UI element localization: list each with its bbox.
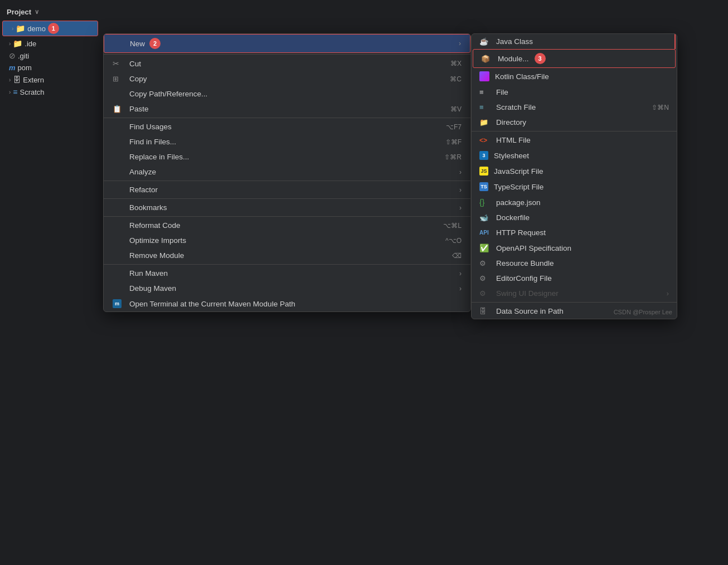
- library-icon: 🗄: [13, 75, 21, 84]
- scratch-file-icon: ≡: [479, 103, 491, 111]
- submenu-item-pkgjson[interactable]: {} package.json: [472, 194, 677, 210]
- menu-item-debug-maven[interactable]: Debug Maven ›: [104, 281, 470, 296]
- submenu-item-module[interactable]: 📦 Module... 3: [473, 49, 676, 68]
- submenu-item-java-class[interactable]: ☕ Java Class: [472, 34, 677, 49]
- submenu-item-editorconfig[interactable]: ⚙ EditorConfig File: [472, 271, 677, 286]
- docker-icon: 🐋: [479, 213, 491, 222]
- menu-item-optimize[interactable]: Optimize Imports ^⌥O: [104, 233, 470, 248]
- kotlin-icon: [479, 71, 489, 81]
- submenu-label-swing: Swing UI Designer: [496, 289, 559, 298]
- submenu-label-ts: TypeScript File: [494, 183, 543, 191]
- menu-item-replace[interactable]: Replace in Files... ⇧⌘R: [104, 149, 470, 164]
- menu-item-run-maven[interactable]: Run Maven ›: [104, 266, 470, 281]
- menu-item-analyze[interactable]: Analyze ›: [104, 164, 470, 179]
- badge-1: 1: [48, 23, 59, 34]
- context-menu: New 2 › ✂ Cut ⌘X ⊞ Copy ⌘C Copy Path/Ref…: [103, 33, 471, 312]
- menu-label-open-terminal: Open Terminal at the Current Maven Modul…: [129, 300, 295, 308]
- menu-label-refactor: Refactor: [129, 186, 158, 194]
- submenu-label-directory: Directory: [496, 118, 526, 126]
- menu-item-copy-path[interactable]: Copy Path/Reference...: [104, 86, 470, 101]
- sidebar-item-external[interactable]: › 🗄 Extern: [0, 74, 100, 86]
- menu-item-cut[interactable]: ✂ Cut ⌘X: [104, 56, 470, 71]
- menu-item-new[interactable]: New 2 ›: [104, 34, 470, 53]
- resource-icon: ⚙: [479, 259, 491, 267]
- cut-icon: ✂: [113, 59, 125, 68]
- arrow-icon-run-maven: ›: [459, 270, 462, 277]
- pkg-icon: {}: [479, 198, 491, 207]
- submenu-item-html[interactable]: <> HTML File: [472, 133, 677, 148]
- separator: [104, 54, 470, 55]
- menu-item-copy[interactable]: ⊞ Copy ⌘C: [104, 71, 470, 86]
- chevron-down-icon[interactable]: ∨: [35, 8, 39, 16]
- sidebar-item-pom[interactable]: m pom: [0, 62, 100, 74]
- sidebar-item-git[interactable]: ⊘ .giti: [0, 50, 100, 62]
- sidebar-label-pom: pom: [18, 64, 32, 72]
- swing-icon: ⚙: [479, 289, 491, 298]
- menu-label-paste: Paste: [129, 105, 149, 113]
- sidebar-label-git: .giti: [18, 52, 29, 60]
- badge-2: 2: [149, 38, 161, 49]
- submenu-item-scratch[interactable]: ≡ Scratch File ⇧⌘N: [472, 100, 677, 115]
- menu-item-paste[interactable]: 📋 Paste ⌘V: [104, 101, 470, 116]
- menu-item-refactor[interactable]: Refactor ›: [104, 182, 470, 197]
- submenu-item-kotlin[interactable]: Kotlin Class/File: [472, 68, 677, 85]
- menu-label-bookmarks: Bookmarks: [129, 203, 167, 212]
- sidebar-header: Project ∨: [0, 4, 100, 20]
- cut-shortcut: ⌘X: [450, 60, 462, 67]
- submenu-item-http[interactable]: API HTTP Request: [472, 225, 677, 240]
- directory-icon: 📁: [479, 118, 491, 126]
- chevron-right-icon4: ›: [9, 89, 11, 95]
- menu-item-open-terminal[interactable]: m Open Terminal at the Current Maven Mod…: [104, 296, 470, 311]
- menu-item-remove-module[interactable]: Remove Module ⌫: [104, 248, 470, 263]
- submenu-label-file: File: [496, 88, 508, 96]
- submenu-label-java-class: Java Class: [496, 37, 533, 46]
- sidebar-item-scratch[interactable]: › ≡ Scratch: [0, 86, 100, 98]
- menu-item-reformat[interactable]: Reformat Code ⌥⌘L: [104, 218, 470, 233]
- folder-icon2: 📁: [13, 39, 22, 48]
- cursor-line: [674, 34, 676, 49]
- menu-item-bookmarks[interactable]: Bookmarks ›: [104, 200, 470, 215]
- submenu-item-docker[interactable]: 🐋 Dockerfile: [472, 210, 677, 225]
- submenu-item-swing[interactable]: ⚙ Swing UI Designer ›: [472, 286, 677, 301]
- sidebar-item-label: demo: [27, 25, 46, 33]
- paste-shortcut: ⌘V: [450, 105, 462, 113]
- badge-3: 3: [535, 53, 546, 64]
- arrow-icon-new: ›: [459, 40, 461, 47]
- menu-label-reformat: Reformat Code: [129, 221, 181, 230]
- module-icon: 📦: [481, 55, 492, 63]
- watermark: CSDN @Prosper Lee: [614, 309, 672, 315]
- arrow-icon-bookmarks: ›: [459, 204, 462, 212]
- menu-label-replace: Replace in Files...: [129, 153, 189, 161]
- submenu-label-docker: Dockerfile: [496, 213, 530, 222]
- submenu-label-editorconfig: EditorConfig File: [496, 274, 552, 282]
- menu-label-run-maven: Run Maven: [129, 269, 168, 277]
- folder-icon: 📁: [16, 24, 25, 33]
- arrow-icon-refactor: ›: [459, 186, 462, 194]
- menu-label-copy-path: Copy Path/Reference...: [129, 90, 207, 98]
- scratch-shortcut: ⇧⌘N: [652, 104, 669, 111]
- html-icon: <>: [479, 137, 491, 144]
- submenu-item-resource[interactable]: ⚙ Resource Bundle: [472, 256, 677, 271]
- sidebar-item-demo[interactable]: › 📁 demo 1: [2, 21, 98, 36]
- submenu-item-js[interactable]: JS JavaScript File: [472, 163, 677, 179]
- java-icon: ☕: [479, 37, 491, 46]
- submenu-item-file[interactable]: ≡ File: [472, 85, 677, 100]
- submenu-item-directory[interactable]: 📁 Directory: [472, 115, 677, 130]
- submenu-item-css[interactable]: 3 Stylesheet: [472, 148, 677, 163]
- separator6: [104, 264, 470, 265]
- submenu-label-css: Stylesheet: [494, 152, 529, 160]
- optimize-shortcut: ^⌥O: [445, 237, 462, 245]
- find-usages-shortcut: ⌥F7: [446, 123, 462, 131]
- openapi-icon: ✅: [479, 243, 491, 252]
- submenu-item-ts[interactable]: TS TypeScript File: [472, 179, 677, 194]
- submenu-separator1: [472, 131, 677, 131]
- copy-shortcut: ⌘C: [450, 75, 462, 83]
- arrow-icon-debug-maven: ›: [459, 285, 462, 293]
- sidebar-item-ide[interactable]: › 📁 .ide: [0, 37, 100, 50]
- menu-item-find-files[interactable]: Find in Files... ⇧⌘F: [104, 134, 470, 149]
- menu-item-find-usages[interactable]: Find Usages ⌥F7: [104, 119, 470, 134]
- submenu-item-openapi[interactable]: ✅ OpenAPI Specification: [472, 240, 677, 256]
- submenu-label-kotlin: Kotlin Class/File: [495, 72, 549, 81]
- submenu-label-datasource: Data Source in Path: [496, 307, 564, 315]
- scratch-icon: ≡: [13, 87, 17, 96]
